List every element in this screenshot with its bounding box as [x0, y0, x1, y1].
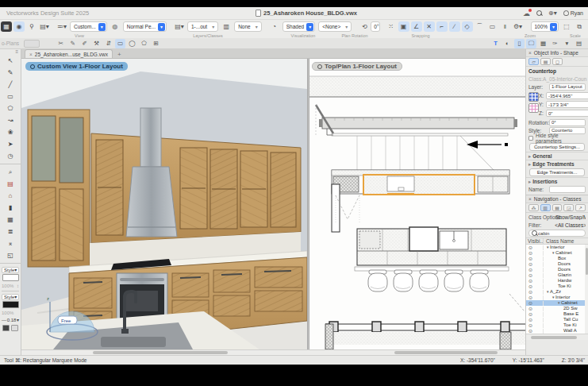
pen-color-swatch[interactable] — [2, 301, 19, 308]
marquee-zoom-icon[interactable]: ⬚ — [561, 21, 572, 32]
visibility-eye-icon[interactable] — [526, 312, 544, 317]
horizontal-scrollbar[interactable] — [21, 349, 525, 355]
class-row[interactable]: Toe Ki — [526, 284, 588, 289]
export-icon[interactable]: ▤▾ — [39, 21, 50, 32]
snap-tangent-icon[interactable]: ⌒ — [475, 21, 486, 32]
line-weight-value[interactable]: 0.18 — [7, 318, 17, 322]
class-row[interactable]: Toe Ki — [526, 322, 588, 328]
tape-measure-icon[interactable]: ▭ — [487, 21, 498, 32]
class-row[interactable]: A_Zz — [526, 289, 588, 295]
door-tool-icon[interactable]: ▮ — [3, 202, 17, 214]
swap-mode-icon[interactable]: ⇵ — [103, 39, 113, 48]
visibility-eye-icon[interactable] — [526, 329, 544, 334]
cloud-sync-icon[interactable]: ☁ — [523, 10, 530, 17]
class-row[interactable]: Interior — [526, 295, 588, 300]
visibility-eye-icon[interactable] — [526, 284, 544, 289]
nav-tab-layers-icon[interactable]: ⁂ — [528, 204, 539, 211]
visibility-eye-icon[interactable] — [526, 301, 544, 306]
pin-icon[interactable]: ⚲ — [26, 21, 37, 32]
panel-close-icon[interactable]: × — [528, 50, 532, 56]
image-icon[interactable]: ▦ — [538, 39, 548, 48]
z-coordinate-field[interactable] — [546, 110, 588, 117]
saved-views-icon[interactable]: ≕▾ — [56, 21, 67, 32]
freeform-tool-icon[interactable]: ↝ — [3, 114, 17, 126]
active-class-dropdown[interactable]: None▾ — [234, 21, 262, 32]
reference-dropdown[interactable]: <None>▾ — [318, 21, 352, 32]
rotation-field[interactable] — [549, 119, 586, 126]
class-row[interactable]: Interior — [526, 245, 588, 250]
line-tool-icon[interactable]: ╱ — [3, 79, 17, 91]
plan-rotation-field[interactable]: 0° — [371, 21, 379, 32]
name-field[interactable] — [549, 186, 586, 193]
hatch-swatch-icon[interactable] — [11, 325, 18, 331]
polygon-tool-icon[interactable]: ⬠ — [3, 102, 17, 114]
classes-horizontal-scrollbar[interactable] — [526, 334, 588, 340]
class-row[interactable]: Hardw — [526, 278, 588, 284]
visibility-eye-icon[interactable] — [526, 251, 544, 256]
fill-style-dropdown[interactable]: Style▾ — [2, 267, 19, 273]
pause-snapping-icon[interactable]: ‖ — [500, 21, 511, 32]
class-row[interactable]: Wall A — [526, 328, 588, 334]
y-coordinate-field[interactable] — [546, 101, 588, 108]
plan-rotation-icon[interactable]: ⟲ — [359, 21, 370, 32]
camera-tool-icon[interactable]: ◱ — [3, 249, 17, 261]
x-coordinate-field[interactable] — [546, 92, 588, 99]
viewport-plan[interactable]: Top/Plan 1-Floor Layout — [309, 59, 525, 349]
class-row[interactable]: Cabinet — [526, 250, 588, 256]
column-visibility[interactable]: Visibi... — [526, 238, 544, 244]
snapping-settings-gear-icon[interactable]: ⚙▾ — [513, 21, 524, 32]
contrast-icon[interactable]: ◐ — [502, 39, 513, 48]
globe-menu-icon[interactable]: ⊕▾ — [548, 10, 557, 17]
section-general[interactable]: General — [526, 152, 588, 160]
polygon-marquee-mode-icon[interactable]: ⬠ — [139, 39, 149, 48]
class-row[interactable]: 2D Sw — [526, 306, 588, 311]
panel-close-icon[interactable]: × — [528, 196, 532, 202]
layer-dropdown[interactable]: 1-Floor Layout — [549, 83, 586, 91]
library-icon[interactable]: ▤ — [574, 39, 584, 48]
pen-mode-icon[interactable]: ✎ — [67, 39, 78, 48]
class-row[interactable]: Box — [526, 256, 588, 261]
countertop-settings-button[interactable]: Countertop Settings... — [529, 143, 585, 151]
snap-edge-icon[interactable]: ◇ — [462, 21, 473, 32]
plane-mode-dropdown[interactable] — [24, 40, 40, 48]
section-insertions[interactable]: Insertions — [526, 177, 588, 185]
grid-marquee-mode-icon[interactable]: ⊞ — [151, 39, 161, 48]
visibility-eye-icon[interactable] — [526, 245, 544, 250]
xacto-mode-icon[interactable]: ✂ — [56, 39, 66, 48]
tab-data-icon[interactable]: ▤ — [540, 58, 551, 65]
fill-color-swatch[interactable] — [2, 274, 19, 281]
visibility-eye-icon[interactable] — [526, 268, 544, 272]
stair-tool-icon[interactable]: ≣ — [3, 226, 17, 237]
text-tool-icon[interactable]: T — [490, 39, 501, 48]
house-tool-icon[interactable]: ⌂ — [3, 190, 17, 202]
filter-dropdown[interactable]: <All Classes> — [555, 222, 586, 228]
visibility-tool-icon[interactable]: ◉ — [13, 21, 25, 32]
layers-icon[interactable]: ▤▾ — [174, 21, 185, 32]
search-icon[interactable] — [536, 10, 542, 16]
wall-tool-icon[interactable]: ▤ — [3, 178, 17, 190]
class-row[interactable]: Base E — [526, 311, 588, 317]
snap-intersection-icon[interactable]: ✕ — [424, 21, 435, 32]
alignment-grid-icon[interactable] — [528, 103, 539, 113]
arc-tool-icon[interactable]: ◷ — [3, 150, 17, 162]
cursor-eye-tool-icon[interactable]: ➤ — [3, 138, 17, 150]
paint-icon[interactable]: ✑ — [550, 39, 560, 48]
zoom-dropdown[interactable]: 100%▾ — [531, 21, 559, 32]
section-edge-treatments[interactable]: Edge Treatments — [526, 160, 588, 168]
nav-tab-classes-icon[interactable]: ▥ — [540, 204, 551, 211]
visibility-eye-icon[interactable] — [526, 295, 544, 300]
oval-marquee-mode-icon[interactable]: ◯ — [127, 39, 137, 48]
document-tab[interactable]: × 25_Asharoken...use_BLDG.vwx — [25, 49, 113, 58]
snap-distance-icon[interactable]: ∕ — [449, 21, 460, 32]
clipboard-icon[interactable]: ▯ — [514, 39, 525, 48]
user-account-button[interactable]: Ryan — [563, 10, 583, 16]
scrollbar-thumb[interactable] — [93, 351, 228, 354]
rectangular-marquee-mode-icon[interactable]: ▭ — [115, 39, 125, 48]
viewport-3d-label[interactable]: Custom View 1-Floor Layout — [25, 62, 128, 71]
class-row[interactable]: Doors — [526, 261, 588, 267]
visibility-eye-icon[interactable] — [526, 279, 544, 284]
flower-tool-icon[interactable]: ❀ — [3, 126, 17, 138]
new-tab-button[interactable]: + — [117, 51, 121, 58]
caret-icon[interactable]: ▾ — [562, 39, 572, 48]
classes-icon[interactable]: ▥ — [221, 21, 232, 32]
